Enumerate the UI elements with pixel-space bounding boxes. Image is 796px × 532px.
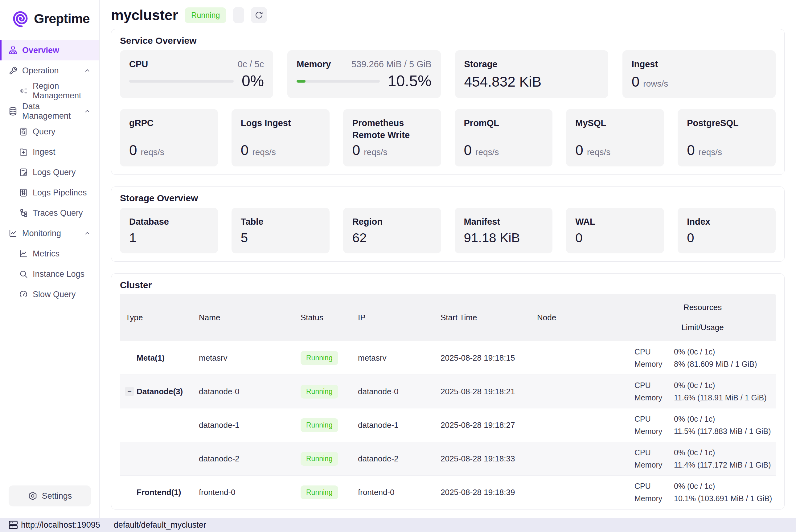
sidebar-item-overview[interactable]: Overview (0, 40, 99, 60)
cpu-progress-bar (129, 80, 234, 82)
sidebar-item-ingest[interactable]: Ingest (0, 142, 99, 162)
cell-ip: datanode-0 (358, 387, 440, 396)
col-status: Status (301, 313, 358, 322)
wal-card: WAL 0 (566, 208, 664, 253)
cell-resources: CPU0% (0c / 1c) Memory11.4% (117.172 MiB… (629, 442, 776, 475)
cell-name: datanode-1 (199, 420, 301, 430)
table-row-metasrv: Meta(1) metasrv Running metasrv 2025-08-… (120, 341, 776, 375)
sidebar-item-label: Ingest (33, 147, 56, 157)
status-badge: Running (301, 486, 338, 499)
brand-logo[interactable]: Greptime (0, 0, 99, 37)
header-extra-button[interactable] (233, 7, 244, 23)
cell-start-time: 2025-08-28 19:18:15 (440, 353, 537, 363)
card-label: Storage (464, 58, 599, 70)
status-badge: Running (301, 351, 338, 365)
table-row-datanode-1: datanode-1 Running datanode-1 2025-08-28… (120, 408, 776, 442)
cell-ip: datanode-2 (358, 454, 440, 463)
status-badge: Running (301, 418, 338, 432)
chevron-up-icon (84, 230, 91, 237)
card-label: Ingest (632, 58, 766, 70)
cpu-card: CPU 0c / 5c 0% (120, 50, 273, 98)
database-card: Database 1 (120, 208, 218, 253)
col-resources: Resources Limit/Usage (629, 303, 776, 332)
sidebar-item-label: Region Management (33, 81, 99, 100)
cpu-percent: 0% (242, 72, 264, 90)
cell-start-time: 2025-08-28 19:18:33 (440, 454, 537, 463)
sidebar-item-logs-query[interactable]: Logs Query (0, 162, 99, 183)
cell-ip: metasrv (358, 353, 440, 363)
page-title: mycluster (111, 7, 178, 23)
cell-ip: datanode-1 (358, 420, 440, 430)
ingest-card: Ingest 0 rows/s (622, 50, 776, 98)
cell-start-time: 2025-08-28 19:18:27 (440, 420, 537, 430)
cluster-table: Type Name Status IP Start Time Node Reso… (120, 294, 776, 509)
status-badge: Running (301, 452, 338, 466)
sidebar-item-instance-logs[interactable]: Instance Logs (0, 264, 99, 284)
brand-name: Greptime (34, 11, 90, 26)
sidebar-item-label: Operation (22, 66, 59, 76)
chevron-up-icon (84, 67, 91, 74)
line-chart-icon (8, 229, 18, 238)
memory-percent: 10.5% (388, 72, 432, 90)
cpu-limit: 0c / 5c (238, 59, 264, 69)
settings-label: Settings (42, 491, 72, 501)
card-label: Memory (297, 58, 331, 70)
storage-value: 454.832 KiB (464, 73, 599, 90)
cluster-table-header: Type Name Status IP Start Time Node Reso… (120, 294, 776, 341)
current-database: default/default_mycluster (114, 520, 206, 530)
tree-branch-icon (19, 208, 28, 217)
sidebar-item-label: Slow Query (33, 290, 76, 299)
sidebar: Greptime Overview Operation Region Manag… (0, 0, 99, 518)
sidebar-item-metrics[interactable]: Metrics (0, 244, 99, 264)
merge-left-icon (19, 86, 28, 96)
connection-url: http://localhost:19095 (21, 520, 100, 530)
ingest-unit: rows/s (643, 79, 668, 89)
col-name: Name (199, 313, 301, 322)
sidebar-group-monitoring[interactable]: Monitoring (0, 223, 99, 244)
sidebar-item-label: Query (33, 127, 56, 136)
status-bar: http://localhost:19095 default/default_m… (0, 518, 796, 532)
collapse-datanode-button[interactable]: − (125, 387, 134, 396)
table-row-datanode-0: −Datanode(3) datanode-0 Running datanode… (120, 375, 776, 408)
section-title: Service Overview (120, 35, 776, 46)
cell-resources: CPU0% (0c / 1c) Memory11.5% (117.883 MiB… (629, 408, 776, 442)
mysql-card: MySQL 0reqs/s (566, 109, 664, 167)
sidebar-item-slow-query[interactable]: Slow Query (0, 284, 99, 305)
col-start-time: Start Time (440, 313, 537, 322)
table-row-datanode-2: datanode-2 Running datanode-2 2025-08-28… (120, 442, 776, 475)
sidebar-item-label: Traces Query (33, 208, 83, 218)
col-type: Type (120, 313, 199, 322)
sidebar-group-data-management[interactable]: Data Management (0, 101, 99, 121)
server-icon (8, 520, 19, 530)
col-ip: IP (358, 313, 440, 322)
settings-button[interactable]: Settings (8, 486, 91, 507)
storage-card: Storage 454.832 KiB (455, 50, 608, 98)
sidebar-item-logs-pipelines[interactable]: Logs Pipelines (0, 183, 99, 203)
cell-name: datanode-0 (199, 387, 301, 396)
gear-icon (28, 491, 38, 501)
main-content: mycluster Running Service Overview CPU 0… (99, 0, 796, 518)
cluster-status-badge: Running (185, 7, 226, 23)
sidebar-item-region-management[interactable]: Region Management (0, 81, 99, 101)
wrench-icon (8, 66, 18, 75)
col-node: Node (537, 313, 629, 322)
sidebar-item-label: Metrics (33, 249, 59, 259)
grpc-card: gRPC 0reqs/s (120, 109, 218, 167)
section-title: Cluster (120, 280, 776, 290)
document-search-icon (19, 127, 28, 136)
postgresql-card: PostgreSQL 0reqs/s (678, 109, 776, 167)
database-icon (8, 107, 18, 116)
table-row-frontend-0: Frontend(1) frontend-0 Running frontend-… (120, 475, 776, 509)
chevron-up-icon (84, 108, 91, 115)
sidebar-group-operation[interactable]: Operation (0, 60, 99, 81)
sidebar-item-traces-query[interactable]: Traces Query (0, 203, 99, 223)
sidebar-item-query[interactable]: Query (0, 121, 99, 142)
sidebar-item-label: Logs Query (33, 168, 76, 177)
search-icon (19, 269, 28, 279)
sidebar-nav: Overview Operation Region Management Dat… (0, 37, 99, 305)
greptime-spiral-icon (11, 8, 30, 28)
prometheus-remote-write-card: Prometheus Remote Write 0reqs/s (343, 109, 441, 167)
sidebar-item-label: Overview (22, 45, 59, 55)
sitemap-icon (8, 45, 18, 55)
refresh-button[interactable] (251, 7, 267, 23)
